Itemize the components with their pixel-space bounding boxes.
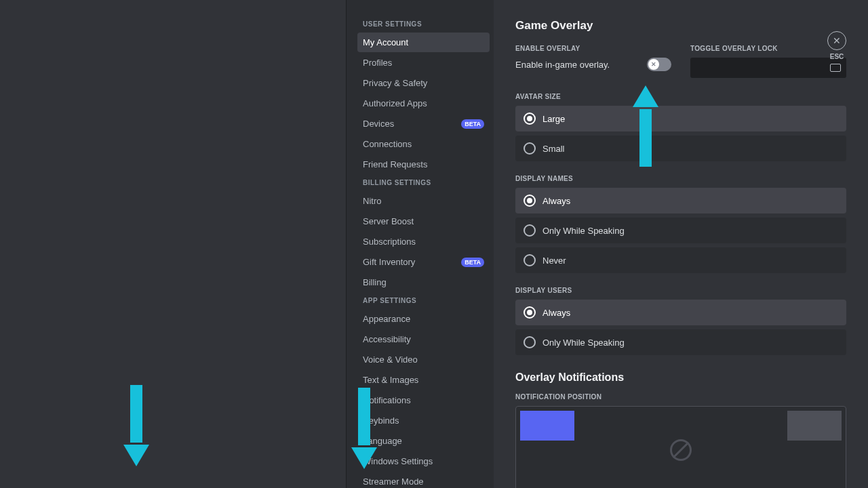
nav-item-label: Billing <box>363 277 387 287</box>
radio-label: Large <box>542 114 565 124</box>
annotation-arrow <box>633 85 658 167</box>
nav-devices[interactable]: DevicesBETA <box>357 114 490 134</box>
toggle-lock-header: TOGGLE OVERLAY LOCK <box>690 45 846 52</box>
enable-overlay-header: ENABLE OVERLAY <box>515 45 671 52</box>
display-names-option-never[interactable]: Never <box>515 247 846 273</box>
page-title: Game Overlay <box>515 19 846 33</box>
nav-item-label: Gift Inventory <box>363 257 415 267</box>
nav-item-label: Devices <box>363 119 394 129</box>
annotation-arrow <box>123 385 149 466</box>
nav-friend-requests[interactable]: Friend Requests <box>357 155 490 174</box>
enable-overlay-toggle[interactable] <box>647 58 671 71</box>
nav-windows-settings[interactable]: Windows Settings <box>357 451 490 471</box>
avatar-size-option-large[interactable]: Large <box>515 106 846 131</box>
radio-icon <box>524 254 536 266</box>
notif-pos-top-right[interactable] <box>787 411 842 441</box>
nav-gift-inventory[interactable]: Gift InventoryBETA <box>357 252 490 272</box>
radio-label: Only While Speaking <box>542 226 625 236</box>
nav-subscriptions[interactable]: Subscriptions <box>357 232 490 251</box>
nav-authorized-apps[interactable]: Authorized Apps <box>357 94 490 113</box>
nav-nitro[interactable]: Nitro <box>357 191 490 211</box>
nav-privacy-safety[interactable]: Privacy & Safety <box>357 73 490 93</box>
radio-label: Only While Speaking <box>542 338 625 348</box>
nav-item-label: Streamer Mode <box>363 476 424 487</box>
keyboard-icon <box>830 64 841 72</box>
radio-label: Small <box>542 144 565 154</box>
nav-notifications[interactable]: Notifications <box>357 390 490 410</box>
settings-category-header: APP SETTINGS <box>357 293 490 308</box>
radio-icon <box>524 195 536 207</box>
nav-item-label: Appearance <box>363 314 410 324</box>
settings-category-header: USER SETTINGS <box>357 16 490 32</box>
nav-profiles[interactable]: Profiles <box>357 53 490 73</box>
radio-icon <box>524 224 536 237</box>
radio-icon <box>524 142 536 155</box>
nav-streamer-mode[interactable]: Streamer Mode <box>357 472 490 488</box>
radio-label: Always <box>542 196 570 206</box>
notification-position-header: NOTIFICATION POSITION <box>515 393 846 401</box>
display-users-option-always[interactable]: Always <box>515 300 846 325</box>
close-button[interactable]: ✕ ESC <box>827 31 846 60</box>
overlay-notifications-header: Overlay Notifications <box>515 371 846 384</box>
avatar-size-option-small[interactable]: Small <box>515 136 846 161</box>
radio-label: Always <box>542 308 570 318</box>
radio-label: Never <box>542 256 566 266</box>
nav-server-boost[interactable]: Server Boost <box>357 211 490 231</box>
close-label: ESC <box>827 53 846 60</box>
nav-text-images[interactable]: Text & Images <box>357 370 490 390</box>
nav-language[interactable]: Language <box>357 431 490 451</box>
nav-keybinds[interactable]: Keybinds <box>357 411 490 430</box>
annotation-arrow <box>351 388 377 469</box>
settings-content: ✕ ESC Game Overlay ENABLE OVERLAY Enable… <box>494 0 868 488</box>
nav-item-label: Connections <box>363 139 412 149</box>
avatar-size-header: AVATAR SIZE <box>515 93 846 100</box>
nav-billing[interactable]: Billing <box>357 272 490 292</box>
notif-pos-top-left[interactable] <box>520 411 574 441</box>
settings-category-header: BILLING SETTINGS <box>357 175 490 190</box>
nav-item-label: Server Boost <box>363 216 414 226</box>
display-users-option-only-while-speaking[interactable]: Only While Speaking <box>515 329 846 355</box>
nav-item-label: Friend Requests <box>363 159 427 169</box>
notification-position-picker <box>515 406 846 488</box>
beta-badge: BETA <box>461 258 484 267</box>
close-icon: ✕ <box>827 31 846 50</box>
nav-item-label: Authorized Apps <box>363 98 427 108</box>
nav-item-label: My Account <box>363 37 408 47</box>
nav-item-label: Privacy & Safety <box>363 78 427 88</box>
radio-icon <box>524 113 536 125</box>
nav-item-label: Text & Images <box>363 375 418 385</box>
nav-item-label: Voice & Video <box>363 354 418 365</box>
nav-connections[interactable]: Connections <box>357 134 490 154</box>
nav-accessibility[interactable]: Accessibility <box>357 329 490 349</box>
nav-item-label: Subscriptions <box>363 237 416 247</box>
display-names-option-always[interactable]: Always <box>515 188 846 214</box>
nav-item-label: Profiles <box>363 58 392 68</box>
nav-item-label: Nitro <box>363 196 381 206</box>
nav-appearance[interactable]: Appearance <box>357 309 490 329</box>
display-users-header: DISPLAY USERS <box>515 287 846 294</box>
nav-item-label: Accessibility <box>363 334 411 344</box>
radio-icon <box>524 336 536 348</box>
keybind-input[interactable] <box>690 58 846 78</box>
enable-overlay-label: Enable in-game overlay. <box>515 60 610 70</box>
beta-badge: BETA <box>461 119 484 129</box>
radio-icon <box>524 306 536 319</box>
nav-voice-video[interactable]: Voice & Video <box>357 350 490 369</box>
display-names-header: DISPLAY NAMES <box>515 175 846 182</box>
nav-my-account[interactable]: My Account <box>357 33 490 52</box>
display-names-option-only-while-speaking[interactable]: Only While Speaking <box>515 218 846 243</box>
notif-pos-disabled-icon[interactable] <box>670 439 692 461</box>
